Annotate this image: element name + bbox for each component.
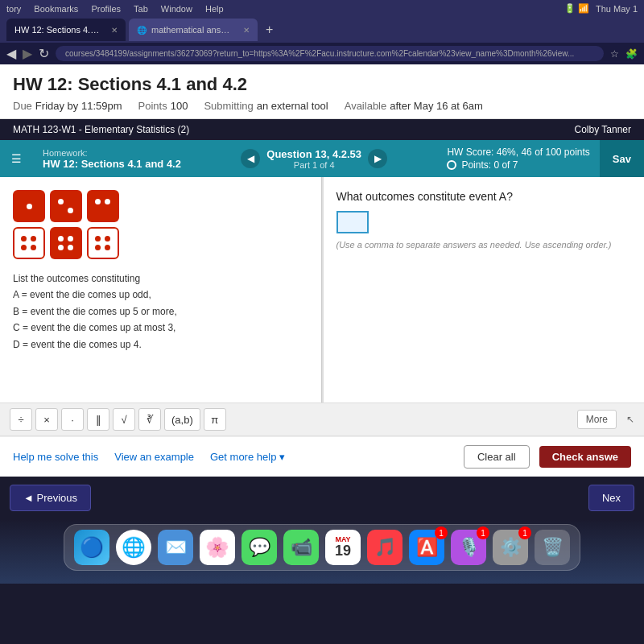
podcasts-badge: 1 [477,526,489,539]
tab-math-label: mathematical answer for an e... [151,25,235,35]
dock-item-calendar[interactable]: MAY 19 [325,530,361,565]
due-label: Due [13,100,32,112]
dock-item-settings[interactable]: ⚙️ 1 [493,530,528,565]
dock-item-photos[interactable]: 🌸 [200,530,235,565]
clear-all-button[interactable]: Clear all [464,445,530,469]
dock-item-facetime[interactable]: 📹 [283,530,319,565]
hw-points: Points: 0 of 7 [461,159,518,171]
math-btn-pi[interactable]: π [204,408,226,431]
question-area: List the outcomes constituting A = event… [0,177,644,402]
address-input[interactable] [56,46,604,61]
math-btn-multiply[interactable]: × [35,408,58,431]
tab-hw12[interactable]: HW 12: Sections 4.1 and 4.2 ✕ [6,19,126,41]
outcomes-list: List the outcomes constituting A = event… [13,270,308,353]
address-bar: ◀ ▶ ↻ ☆ 🧩 [0,43,644,64]
page-meta: Due Friday by 11:59pm Points 100 Submitt… [13,100,631,112]
dock-item-appstore[interactable]: 🅰️ 1 [409,530,444,565]
hw-save-button[interactable]: Sav [600,140,644,177]
outcome-a: A = event the die comes up odd, [13,287,308,303]
answer-input[interactable] [336,211,369,233]
die-6 [87,227,119,259]
tab-math[interactable]: 🌐 mathematical answer for an e... ✕ [129,19,258,41]
menu-help[interactable]: Help [205,4,224,14]
browser-chrome: tory Bookmarks Profiles Tab Window Help … [0,0,644,64]
due-value: Friday by 11:59pm [35,100,122,112]
question-left: List the outcomes constituting A = event… [0,177,322,402]
due-meta: Due Friday by 11:59pm [13,100,122,112]
die-4 [13,227,45,259]
help-example-link[interactable]: View an example [114,451,194,463]
hw-menu-icon[interactable]: ☰ [0,142,33,175]
hw-question-section: ◀ Question 13, 4.2.53 Part 1 of 4 ▶ [191,142,437,176]
hw-score: HW Score: 46%, 46 of 100 points [447,147,589,158]
status-icons: 🔋 📶 [564,3,589,14]
outcome-b: B = event the die comes up 5 or more, [13,303,308,320]
mac-dock: 🔵 🌐 ✉️ 🌸 💬 [64,524,580,571]
math-btn-interval[interactable]: (a,b) [164,408,200,431]
forward-button[interactable]: ▶ [23,46,32,61]
course-bar: MATH 123-W1 - Elementary Statistics (2) … [0,119,644,140]
math-btn-divide[interactable]: ÷ [10,408,32,431]
clock: Thu May 1 [596,4,638,14]
new-tab-button[interactable]: + [261,23,278,37]
tab-math-close[interactable]: ✕ [243,26,250,35]
points-circle [447,160,456,170]
die-2 [50,190,82,222]
previous-button[interactable]: ◄ Previous [10,485,91,511]
tab-hw12-close[interactable]: ✕ [111,26,118,35]
available-meta: Available after May 16 at 6am [345,100,483,112]
hw-next-button[interactable]: ▶ [368,149,387,168]
next-button[interactable]: Nex [588,485,634,511]
settings-badge: 1 [518,526,531,539]
back-button[interactable]: ◀ [6,46,16,61]
tab-bar: HW 12: Sections 4.1 and 4.2 ✕ 🌐 mathemat… [0,17,644,43]
hw-score-section: HW Score: 46%, 46 of 100 points Points: … [437,140,599,177]
die-3 [87,190,119,222]
extensions-icon[interactable]: 🧩 [625,48,638,60]
user-name: Colby Tanner [575,124,632,135]
available-label: Available [345,100,387,112]
dock-item-messages[interactable]: 💬 [242,530,277,565]
hw-label: Homework: [43,148,181,158]
outcome-c: C = event the die comes up at most 3, [13,320,308,336]
help-solve-link[interactable]: Help me solve this [13,451,98,463]
dock-item-mail[interactable]: ✉️ [158,530,193,565]
hw-title: HW 12: Sections 4.1 and 4.2 [43,158,181,170]
question-text: What outcomes constitute event A? [336,190,632,203]
answer-hint: (Use a comma to separate answers as need… [336,240,632,250]
math-btn-cbrt[interactable]: ∛ [138,408,161,431]
check-answer-button[interactable]: Check answe [539,446,631,468]
menu-profiles[interactable]: Profiles [91,4,121,14]
points-value: 100 [171,100,188,112]
math-more-button[interactable]: More [577,410,617,429]
course-name: MATH 123-W1 - Elementary Statistics (2) [13,124,189,135]
chevron-down-icon: ▾ [279,451,285,463]
menu-history[interactable]: tory [6,4,21,14]
points-label: Points [138,100,167,112]
hw-prev-button[interactable]: ◀ [241,149,260,168]
address-bar-icons: ☆ 🧩 [610,48,638,60]
dock-item-trash[interactable]: 🗑️ [535,530,570,565]
menu-tab[interactable]: Tab [134,4,148,14]
dock-item-music[interactable]: 🎵 [367,530,402,565]
bookmark-icon[interactable]: ☆ [610,48,619,60]
math-btn-norm[interactable]: ‖ [87,408,109,431]
nav-footer: ◄ Previous Nex [0,477,644,519]
menu-bookmarks[interactable]: Bookmarks [34,4,78,14]
page-header: HW 12: Sections 4.1 and 4.2 Due Friday b… [0,64,644,119]
menu-right-icons: 🔋 📶 Thu May 1 [564,3,638,14]
help-more-link[interactable]: Get more help ▾ [210,451,285,463]
submitting-meta: Submitting an external tool [204,100,328,112]
question-part: Part 1 of 4 [266,160,361,170]
menu-window[interactable]: Window [161,4,192,14]
math-btn-dot[interactable]: · [61,408,84,431]
refresh-button[interactable]: ↻ [39,46,49,61]
math-btn-sqrt[interactable]: √ [113,408,135,431]
die-5 [50,227,82,259]
die-1 [13,190,45,222]
dice-grid [13,190,308,259]
dock-item-podcasts[interactable]: 🎙️ 1 [451,530,486,565]
menu-bar: tory Bookmarks Profiles Tab Window Help … [0,0,644,17]
dock-item-finder[interactable]: 🔵 [74,530,109,565]
dock-item-chrome[interactable]: 🌐 [116,530,151,565]
